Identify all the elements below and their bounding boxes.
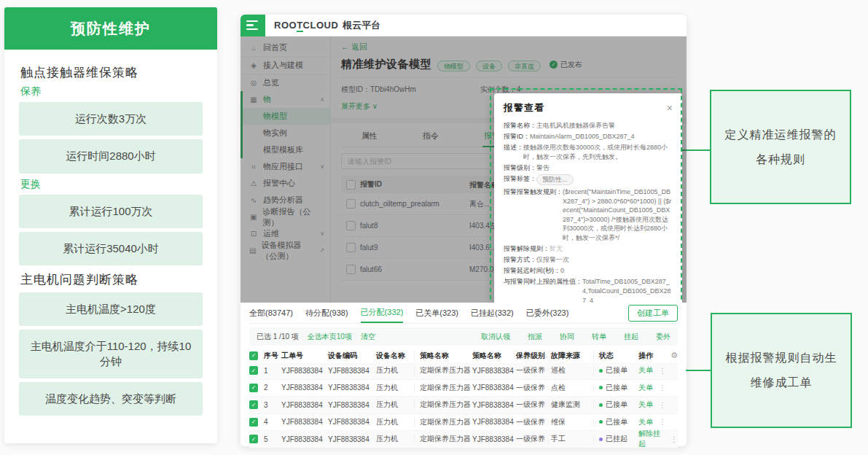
modal-fields: 报警名称：主电机风机接触器保养告警报警ID：MaintainAlarm_DB10… bbox=[504, 121, 673, 303]
modal-title: 报警查看 bbox=[504, 101, 544, 114]
row-checkbox[interactable]: ✓ bbox=[249, 366, 258, 375]
row-checkbox-wrap: ✓ bbox=[249, 418, 264, 427]
workorder-table: ✓序号工单号设备编码设备名称策略名称策略名称保养级别故障来源状态操作⚙ ✓1YJ… bbox=[249, 349, 678, 448]
status-dot-icon bbox=[599, 403, 603, 407]
select-all-checkbox[interactable]: ✓ bbox=[249, 351, 258, 360]
row-action-link[interactable]: 解除挂起 bbox=[638, 429, 665, 449]
cell-device: 压力机 bbox=[376, 417, 414, 427]
infographic-canvas: 预防性维护 触点接触器维保策略保养运行次数3万次运行时间2880小时更换累计运行… bbox=[0, 0, 868, 455]
cell-source: 巡检 bbox=[551, 365, 593, 376]
row-more-icon[interactable]: ⋮ bbox=[659, 418, 666, 426]
rootcloud-logo-icon[interactable] bbox=[241, 15, 265, 36]
cell-status: 已接单 bbox=[593, 383, 638, 393]
close-icon[interactable]: × bbox=[667, 103, 673, 113]
row-action-link[interactable]: 关单 bbox=[638, 383, 653, 393]
cell-strategy2: YJF8838384 bbox=[472, 367, 516, 375]
row-more-icon[interactable]: ⋮ bbox=[659, 384, 666, 392]
batch-action-link[interactable]: 委外 bbox=[656, 332, 670, 342]
field-label: 报警方式： bbox=[504, 255, 536, 265]
modal-field: 报警方式：仅报警一次 bbox=[504, 255, 673, 265]
cell-code: YJF8838384 bbox=[328, 401, 376, 409]
row-more-icon[interactable]: ⋮ bbox=[659, 367, 666, 375]
modal-field: 报警ID：MaintainAlarm_DB1005_DBX287_4 bbox=[504, 132, 673, 141]
strategy-box: 温度变化趋势、突变等判断 bbox=[19, 382, 203, 416]
cell-strategy2: YJF8838384 bbox=[472, 435, 516, 443]
column-header: 操作 bbox=[638, 351, 670, 361]
batch-action-link[interactable]: 指派 bbox=[528, 332, 542, 342]
cell-code: YJF8838384 bbox=[328, 435, 376, 443]
workorder-tab[interactable]: 已关单(323) bbox=[415, 303, 458, 323]
field-label: 报警报警触发规则： bbox=[504, 187, 563, 243]
left-strategy-panel: 预防性维护 触点接触器维保策略保养运行次数3万次运行时间2880小时更换累计运行… bbox=[4, 7, 217, 443]
cell-status: 已接单 bbox=[593, 417, 638, 427]
cell-status: 已接单 bbox=[593, 365, 638, 376]
workorder-tab[interactable]: 全部(83747) bbox=[249, 303, 293, 323]
column-header: 状态 bbox=[593, 351, 638, 361]
selection-link[interactable]: 全选本页10项 bbox=[308, 332, 352, 342]
cell-source: 维保 bbox=[551, 417, 593, 427]
rootcloud-app-window: ROOTCLOUD 根云平台 ⌂回首页◈接入与建模◎总览▦物∧物模型物实例模型模… bbox=[241, 15, 687, 446]
modal-header: 报警查看 × bbox=[504, 101, 673, 114]
row-more-icon[interactable]: ⋮ bbox=[670, 435, 678, 443]
left-panel-body: 触点接触器维保策略保养运行次数3万次运行时间2880小时更换累计运行100万次累… bbox=[4, 50, 217, 427]
modal-field: 报警延迟时间(秒)：0 bbox=[504, 266, 673, 276]
row-action-link[interactable]: 关单 bbox=[638, 417, 653, 427]
table-row: ✓5YJF8838384YJF8838384压力机定期保养压力器YJF88383… bbox=[249, 431, 678, 448]
cell-status: 已接单 bbox=[593, 400, 638, 410]
annotation-text: 根据报警规则自动生 bbox=[726, 346, 837, 370]
status-text: 已接单 bbox=[606, 400, 627, 410]
workorder-tab[interactable]: 待分配(938) bbox=[305, 303, 348, 323]
status-dot-icon bbox=[599, 438, 603, 441]
alarm-view-modal: 报警查看 × 报警名称：主电机风机接触器保养告警报警ID：MaintainAla… bbox=[494, 93, 682, 303]
batch-action-link[interactable]: 取消认领 bbox=[481, 332, 510, 342]
selection-link[interactable]: 清空 bbox=[361, 332, 375, 342]
modal-field: 报警名称：主电机风机接触器保养告警 bbox=[504, 121, 673, 131]
field-value: 接触器使用次数每30000次，或使用时长每2880小时，触发一次保养，先到先触发… bbox=[523, 143, 673, 161]
row-checkbox[interactable]: ✓ bbox=[249, 418, 258, 427]
modal-field: 描述：接触器使用次数每30000次，或使用时长每2880小时，触发一次保养，先到… bbox=[504, 143, 673, 161]
row-more-icon[interactable]: ⋮ bbox=[659, 401, 666, 409]
column-header: 故障来源 bbox=[551, 351, 593, 361]
field-value: 警告 bbox=[536, 163, 673, 173]
selection-info: 已选 1 /10 项 bbox=[257, 332, 299, 342]
row-checkbox[interactable]: ✓ bbox=[249, 435, 258, 443]
cell-code: YJF8838384 bbox=[328, 384, 376, 392]
cell-seq: 5 bbox=[264, 435, 281, 443]
row-checkbox[interactable]: ✓ bbox=[249, 400, 258, 409]
column-header: 保养级别 bbox=[516, 351, 551, 361]
field-label: 报警ID： bbox=[504, 132, 530, 141]
batch-action-link[interactable]: 转单 bbox=[592, 332, 606, 342]
column-header: 工单号 bbox=[281, 351, 328, 361]
cell-code: YJF8838384 bbox=[328, 367, 376, 375]
workorder-tab[interactable]: 已挂起(332) bbox=[471, 303, 514, 323]
annotation-text: 维修成工单 bbox=[751, 370, 813, 395]
modal-field: 与报警同时上报的属性值：TotalTime_DB1005_DBX287_4,To… bbox=[504, 277, 673, 303]
row-checkbox[interactable]: ✓ bbox=[249, 384, 258, 392]
cell-action: 关单⋮ bbox=[638, 383, 678, 393]
cell-source: 健康监测 bbox=[551, 400, 593, 410]
logo-suffix: 根云平台 bbox=[343, 19, 380, 32]
cell-code: YJF8838384 bbox=[328, 418, 376, 426]
column-settings-icon[interactable]: ⚙ bbox=[670, 351, 678, 360]
strategy-box: 运行次数3万次 bbox=[19, 102, 203, 136]
cell-device: 压力机 bbox=[376, 383, 414, 393]
table-row: ✓1YJF8838384YJF8838384压力机定期保养压力器YJF88383… bbox=[249, 362, 678, 380]
cell-action: 解除挂起⋮ bbox=[638, 429, 678, 449]
annotation-text: 各种规则 bbox=[756, 147, 805, 172]
cell-order: YJF8838384 bbox=[281, 401, 328, 409]
batch-action-link[interactable]: 协同 bbox=[560, 332, 574, 342]
field-label: 描述： bbox=[504, 143, 523, 161]
workorder-tab[interactable]: 已委外(323) bbox=[526, 303, 569, 323]
workorder-tab[interactable]: 已分配(332) bbox=[361, 303, 404, 323]
batch-action-link[interactable]: 挂起 bbox=[624, 332, 638, 342]
strategy-box: 累计运行35040小时 bbox=[19, 232, 203, 265]
workorder-table-body: ✓1YJF8838384YJF8838384压力机定期保养压力器YJF88383… bbox=[249, 362, 678, 448]
cell-seq: 1 bbox=[264, 367, 281, 375]
annotation-text: 定义精准运维报警的 bbox=[725, 122, 837, 147]
cell-seq: 3 bbox=[264, 401, 281, 409]
strategy-box: 运行时间2880小时 bbox=[19, 139, 203, 173]
batch-actions: 取消认领指派协同转单挂起委外 bbox=[472, 332, 670, 342]
row-action-link[interactable]: 关单 bbox=[638, 400, 653, 410]
create-workorder-button[interactable]: 创建工单 bbox=[628, 305, 678, 322]
row-action-link[interactable]: 关单 bbox=[638, 365, 653, 376]
